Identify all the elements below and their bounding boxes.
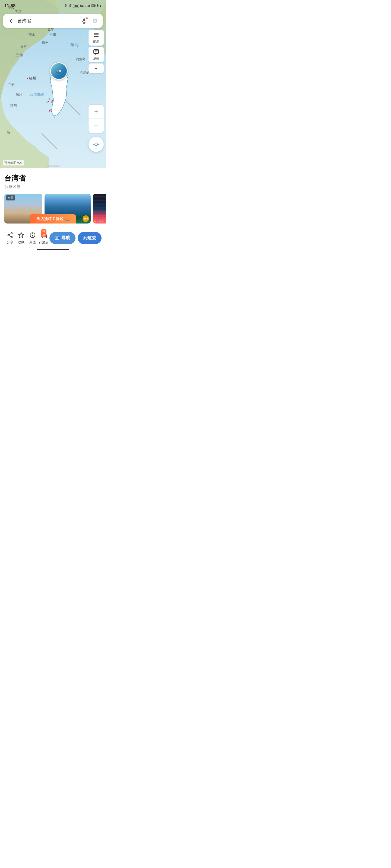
feedback-label: 反馈 bbox=[93, 57, 99, 61]
photo-item-3[interactable] bbox=[93, 194, 106, 223]
svg-rect-9 bbox=[94, 34, 99, 35]
zoom-in-button[interactable]: + bbox=[88, 105, 104, 119]
svg-text:60: 60 bbox=[92, 5, 94, 7]
nearby-button[interactable]: 周边 bbox=[27, 231, 38, 245]
svg-rect-28 bbox=[90, 4, 90, 7]
svg-point-0 bbox=[48, 98, 50, 100]
svg-line-39 bbox=[9, 236, 11, 237]
network-icon: 5G bbox=[80, 4, 84, 8]
map-label-zhangzhou: 漳州 bbox=[10, 103, 17, 108]
svg-point-41 bbox=[32, 235, 33, 236]
layers-icon bbox=[93, 32, 100, 39]
bluetooth-icon bbox=[69, 4, 72, 8]
map-label-ninggde: 宁德 bbox=[16, 53, 23, 58]
svg-rect-25 bbox=[87, 6, 87, 7]
hd-icon: HD bbox=[73, 4, 79, 8]
svg-point-1 bbox=[47, 102, 48, 103]
goto-button[interactable]: 到这去 bbox=[78, 232, 102, 244]
svg-point-3 bbox=[55, 117, 56, 118]
home-indicator bbox=[4, 247, 102, 251]
baidu-logo: 百度地图 V20 bbox=[3, 160, 24, 165]
status-icons: HD 5G 60 ● bbox=[64, 4, 102, 8]
hotel-promo-label: 酒店预订 7 折起 bbox=[36, 216, 63, 221]
share-label: 分享 bbox=[7, 240, 13, 245]
map-label-diaoyudao: 钓鱼岛 bbox=[76, 57, 86, 62]
zoom-out-button[interactable]: − bbox=[88, 119, 104, 133]
more-button[interactable] bbox=[88, 63, 104, 73]
share-icon bbox=[6, 231, 14, 239]
map-label-nanping: 南平 bbox=[20, 45, 27, 50]
collect-label: 收藏 bbox=[18, 240, 24, 245]
voice-input-button[interactable] bbox=[80, 17, 88, 25]
svg-point-37 bbox=[11, 237, 12, 238]
map-label-taizhou: 台州 bbox=[49, 33, 56, 37]
layers-button[interactable]: 图层 bbox=[88, 30, 104, 45]
svg-point-35 bbox=[11, 233, 12, 234]
clear-button[interactable] bbox=[91, 17, 100, 25]
svg-point-12 bbox=[95, 143, 97, 146]
status-time: 11:58 bbox=[4, 3, 16, 8]
layers-label: 图层 bbox=[93, 40, 99, 44]
bottom-action-bar: 分享 收藏 周边 bbox=[4, 228, 102, 247]
search-input[interactable]: 台湾省 bbox=[18, 18, 78, 24]
charging-icon: ● bbox=[100, 4, 102, 8]
map-toolbar: 图层 反馈 bbox=[88, 30, 104, 73]
svg-point-2 bbox=[50, 109, 51, 111]
svg-point-7 bbox=[27, 78, 28, 80]
map-label-lishui: 丽水 bbox=[29, 33, 35, 37]
map-label-dao: 岛 bbox=[7, 130, 10, 135]
share-button[interactable]: 分享 bbox=[4, 231, 16, 245]
map-label-quanzhou: 泉州 bbox=[16, 92, 22, 97]
map-label-donghai: 东海 bbox=[70, 42, 79, 48]
nearby-icon bbox=[29, 231, 36, 239]
svg-rect-27 bbox=[89, 5, 90, 7]
zoom-controls: + − bbox=[88, 105, 104, 133]
map-label-fuzhou: 福州 bbox=[26, 76, 36, 81]
map-label-chiweiyuu: 赤尾屿 bbox=[80, 70, 90, 75]
svg-rect-52 bbox=[56, 238, 58, 239]
signal-icon bbox=[86, 4, 90, 8]
photo-360-badge-2: 360 bbox=[83, 215, 89, 222]
status-bar: 11:58 HD 5G 60 ● bbox=[0, 0, 106, 12]
svg-rect-17 bbox=[83, 19, 85, 21]
photo-badge-1: 全景 bbox=[6, 195, 15, 200]
hotel-booking-label: 订酒店 bbox=[39, 240, 49, 245]
panorama-360-label: 360° bbox=[56, 69, 62, 73]
location-icon bbox=[64, 4, 67, 8]
360-icon-2: 360 bbox=[83, 215, 89, 222]
search-bar: 台湾省 bbox=[3, 14, 103, 28]
location-button[interactable] bbox=[88, 137, 104, 152]
svg-rect-30 bbox=[97, 5, 98, 6]
svg-point-36 bbox=[8, 235, 9, 236]
collect-button[interactable]: 收藏 bbox=[16, 231, 27, 245]
svg-rect-10 bbox=[94, 33, 99, 34]
feedback-icon bbox=[93, 49, 100, 56]
svg-point-23 bbox=[65, 5, 66, 5]
place-category: 行政区划 bbox=[4, 184, 102, 189]
feedback-button[interactable]: 反馈 bbox=[88, 46, 104, 62]
svg-rect-24 bbox=[86, 6, 86, 7]
place-title: 台湾省 bbox=[4, 174, 102, 183]
hotel-special-badge: 特惠 bbox=[41, 229, 47, 237]
svg-line-38 bbox=[9, 234, 11, 235]
svg-rect-8 bbox=[94, 36, 99, 37]
navigate-button[interactable]: 导航 bbox=[49, 232, 76, 244]
map-label-jinhua: 金华 bbox=[48, 27, 54, 32]
hotel-promo-icon: 🛏️ bbox=[65, 217, 69, 221]
map-label-wenzhou: 温州 bbox=[42, 41, 49, 45]
svg-rect-11 bbox=[94, 50, 99, 54]
battery-icon: 60 bbox=[91, 4, 99, 8]
collect-icon bbox=[18, 231, 25, 239]
bottom-panel: 台湾省 行政区划 全景 360 360 bbox=[0, 168, 106, 251]
nearby-label: 周边 bbox=[29, 240, 36, 245]
hotel-booking-button[interactable]: 特惠 订酒店 bbox=[38, 231, 50, 245]
back-button[interactable] bbox=[6, 17, 15, 25]
map-label-sanming: 三明 bbox=[8, 83, 15, 87]
panorama-360-button[interactable]: 360° bbox=[50, 62, 67, 80]
svg-rect-26 bbox=[88, 5, 88, 7]
navigate-label: 导航 bbox=[61, 235, 70, 241]
home-bar bbox=[37, 249, 69, 250]
